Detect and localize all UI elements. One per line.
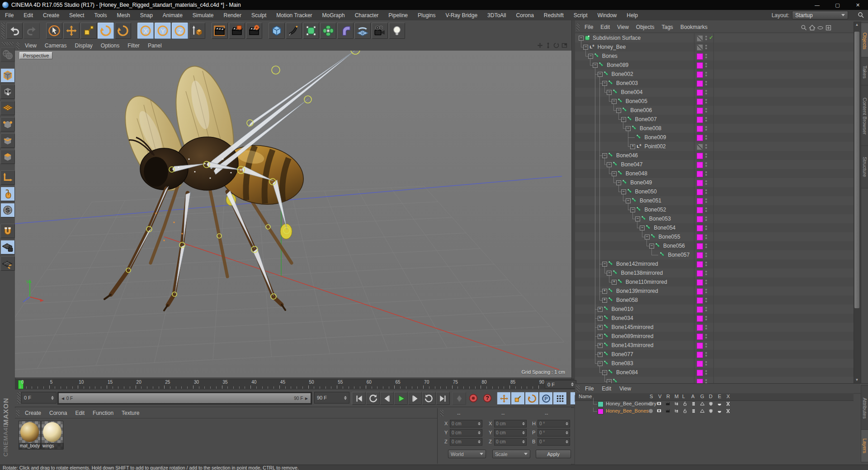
last-tool-button[interactable]	[115, 23, 131, 39]
material-menu-create[interactable]: Create	[21, 409, 45, 418]
points-mode-button[interactable]	[0, 117, 15, 132]
om-menu-bookmarks[interactable]: Bookmarks	[677, 23, 711, 32]
pan-view-icon[interactable]	[536, 42, 543, 49]
menu-select[interactable]: Select	[64, 11, 89, 20]
collapse-toggle[interactable]: −	[612, 171, 617, 176]
enable-axis-modification-button[interactable]	[0, 170, 15, 185]
enable-toggles[interactable]	[705, 270, 707, 276]
play-loop-button[interactable]	[422, 392, 436, 405]
expand-toggle[interactable]: +	[598, 307, 603, 312]
expand-toggle[interactable]: +	[602, 289, 607, 294]
viewport-menu-cameras[interactable]: Cameras	[41, 41, 71, 50]
coord-field-y[interactable]: 0 cm	[450, 429, 482, 437]
enable-toggles[interactable]	[705, 44, 707, 50]
tree-row[interactable]: −Bone049	[575, 178, 854, 187]
collapse-toggle[interactable]: −	[602, 262, 607, 267]
enable-toggles[interactable]	[705, 288, 707, 294]
enable-toggles[interactable]	[705, 225, 707, 231]
layer-color-swatch[interactable]	[697, 216, 703, 222]
layer-color-swatch[interactable]	[697, 343, 703, 349]
enable-toggles[interactable]	[705, 162, 707, 168]
viewport-menu-options[interactable]: Options	[97, 41, 123, 50]
enable-toggles[interactable]	[705, 62, 707, 68]
lock-workplane-button[interactable]	[0, 240, 15, 254]
enable-toggles[interactable]	[705, 126, 707, 132]
om-menu-view[interactable]: View	[613, 23, 632, 32]
tree-row[interactable]: +L0Point002	[575, 142, 854, 151]
current-frame-field[interactable]: 0 F	[545, 380, 576, 389]
enable-toggles[interactable]	[705, 198, 707, 204]
tab-content-browser[interactable]: Content Browser	[861, 85, 868, 147]
key-parameter-toggle[interactable]: P	[539, 392, 553, 405]
object-name[interactable]: Bone004	[621, 89, 642, 95]
expand-toggle[interactable]: +	[630, 144, 635, 149]
timeline-ruler[interactable]: 0 F 051015202530354045505560657075808590	[15, 379, 574, 390]
tree-row[interactable]: −Bone005	[575, 97, 854, 106]
layer-color-swatch[interactable]	[697, 243, 703, 249]
film-toggle-icon[interactable]	[665, 409, 671, 414]
coord-field-z[interactable]: 0 cm	[494, 438, 527, 446]
enable-toggles[interactable]	[705, 108, 707, 113]
tree-row[interactable]: −Bone054	[575, 223, 854, 232]
enable-toggles[interactable]	[705, 370, 707, 376]
coord-field-b[interactable]: 0 °	[538, 438, 570, 446]
tab-attributes[interactable]: Attributes	[861, 385, 868, 431]
solo-toggle[interactable]	[649, 402, 653, 406]
object-name[interactable]: Bone010	[612, 306, 633, 312]
tree-row[interactable]: −Subdivision Surface✓	[575, 33, 854, 42]
menu-character[interactable]: Character	[350, 11, 384, 20]
layer-color-swatch[interactable]	[697, 297, 703, 304]
tree-row[interactable]: −Bone046	[575, 151, 854, 160]
layer-color-swatch[interactable]	[697, 35, 703, 42]
enable-toggles[interactable]	[705, 379, 707, 383]
search-icon[interactable]	[800, 24, 807, 31]
layer-color-swatch[interactable]	[697, 324, 703, 331]
object-name[interactable]: Honey_Bee	[597, 44, 626, 50]
enable-toggles[interactable]	[705, 297, 707, 303]
object-name[interactable]: Bone084	[616, 369, 638, 376]
object-name[interactable]: Bone089	[607, 62, 628, 68]
object-name[interactable]: Bone053	[649, 216, 671, 222]
om-menu-file[interactable]: File	[581, 23, 597, 32]
tree-row[interactable]: −Bone008	[575, 124, 854, 133]
enable-toggles[interactable]	[705, 361, 707, 367]
expand-toggle[interactable]: +	[598, 325, 603, 330]
half-toggle-icon[interactable]	[717, 401, 722, 407]
material-menu-corona[interactable]: Corona	[45, 409, 71, 418]
object-name[interactable]: Bone083	[612, 360, 633, 367]
tree-row[interactable]: −Bone003	[575, 79, 854, 88]
object-name[interactable]: Bone046	[616, 152, 638, 159]
tree-row[interactable]: −	[575, 377, 854, 383]
eye-toggle-icon[interactable]	[657, 409, 662, 414]
layer-color-swatch[interactable]	[697, 279, 703, 286]
object-name[interactable]: Bone143mirrored	[612, 342, 654, 348]
enable-toggles[interactable]	[705, 99, 707, 104]
collapse-toggle[interactable]: −	[607, 271, 612, 276]
menu-create[interactable]: Create	[38, 11, 64, 20]
tree-row[interactable]: −Bone048	[575, 169, 854, 178]
om-menu-objects[interactable]: Objects	[632, 23, 658, 32]
drag-handle[interactable]	[576, 24, 580, 31]
layer-color-swatch[interactable]	[697, 162, 703, 168]
enable-toggles[interactable]	[705, 334, 707, 339]
enable-toggles[interactable]	[705, 234, 707, 240]
preview-range-slider[interactable]: ◄ 0 F 90 F ►	[57, 392, 312, 404]
convert-tool-button[interactable]	[0, 47, 15, 62]
coord-field-x[interactable]: 0 cm	[494, 420, 527, 428]
layer-color-swatch[interactable]	[598, 409, 604, 414]
expand-toggle[interactable]: +	[598, 352, 603, 357]
menu-pipeline[interactable]: Pipeline	[383, 11, 413, 20]
viewport-menu-view[interactable]: View	[21, 41, 41, 50]
tree-row[interactable]: +Bone145mirrored	[575, 323, 854, 332]
drag-handle[interactable]	[2, 42, 14, 45]
tree-row[interactable]: Bone009	[575, 133, 854, 142]
frame-spinner-start[interactable]: 0 F	[21, 392, 57, 404]
object-name[interactable]: Bone055	[659, 234, 680, 240]
drag-handle[interactable]	[440, 410, 443, 416]
goto-end-button[interactable]	[436, 392, 450, 405]
bars-toggle-icon[interactable]	[691, 401, 697, 407]
tree-row[interactable]: +Bone034	[575, 314, 854, 323]
enable-toggles[interactable]	[705, 80, 707, 86]
tree-row[interactable]: +Bone010	[575, 305, 854, 314]
deformers-button[interactable]	[337, 23, 354, 39]
